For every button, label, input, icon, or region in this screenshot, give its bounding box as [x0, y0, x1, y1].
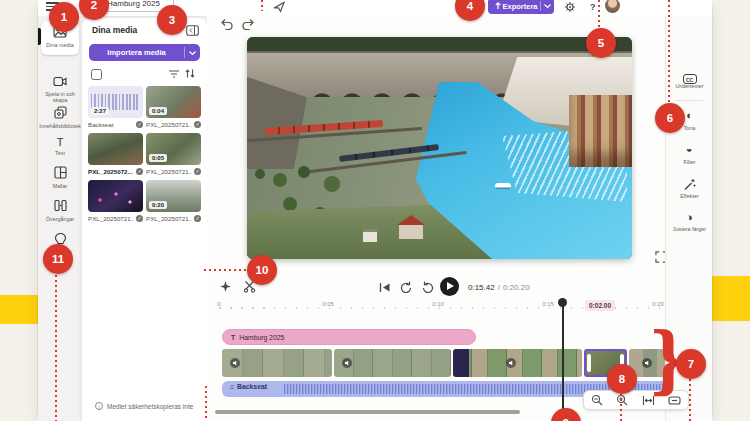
music-note-icon: ♫ — [229, 383, 234, 390]
callout-3: 3 — [157, 5, 187, 35]
ruler-tick: 0:10 — [430, 301, 446, 307]
duration-badge: 0:04 — [149, 107, 167, 115]
callout-7: 7 — [676, 349, 706, 379]
templates-icon — [54, 166, 67, 179]
settings-gear-icon[interactable] — [564, 1, 576, 13]
selection-duration-badge: 0:02.00 — [585, 300, 615, 311]
zoom-out-icon[interactable] — [591, 394, 603, 406]
leader-line-11 — [55, 275, 57, 421]
audio-volume-icon — [506, 358, 516, 368]
scene-house-body — [399, 225, 423, 239]
sidebar-item-overgangar[interactable]: Övergångar — [38, 198, 82, 222]
media-thumbnail-video[interactable]: 0:20 — [146, 180, 201, 212]
text-icon: T — [57, 136, 64, 148]
import-media-button[interactable]: Importera media — [89, 44, 200, 61]
scene-town-buildings — [569, 95, 632, 167]
help-button[interactable]: ? — [590, 2, 596, 12]
leader-line-6 — [668, 0, 670, 102]
playhead-line — [562, 302, 564, 418]
text-track-icon: T — [231, 334, 235, 341]
brand-kit-icon — [54, 232, 67, 245]
playhead-handle[interactable] — [558, 298, 567, 307]
feedback-icon[interactable] — [273, 1, 285, 13]
duration-badge: 0:05 — [149, 154, 167, 162]
duration-badge: 2:27 — [91, 107, 109, 115]
media-thumbnail-video[interactable]: 0:04 — [146, 86, 201, 118]
duration-badge: 0:20 — [149, 201, 167, 209]
media-item-name: PXL_20250721... — [146, 168, 192, 175]
avatar[interactable] — [605, 0, 620, 13]
sidebar-item-spela-in[interactable]: Spela in och skapa — [38, 73, 82, 104]
ruler-tick: 0:20 — [650, 301, 666, 307]
left-nav-sidebar: Dina media Spela in och skapa Innehållsb… — [38, 16, 82, 421]
chevron-down-icon — [541, 3, 554, 9]
leader-line-10 — [204, 269, 247, 271]
zoom-in-icon[interactable] — [616, 394, 628, 406]
synced-check-icon: ✓ — [194, 168, 201, 175]
tool-label: Filter — [666, 159, 713, 166]
text-track-label: Hamburg 2025 — [239, 334, 284, 341]
sort-icon[interactable] — [184, 68, 196, 79]
ruler-tick: 0:05 — [320, 301, 336, 307]
play-button[interactable] — [440, 277, 459, 296]
synced-check-icon: ✓ — [136, 168, 143, 175]
callout-1: 1 — [49, 2, 79, 32]
tool-label: Effekter — [666, 193, 713, 200]
adjust-colors-icon[interactable]: ◑ — [666, 212, 713, 223]
export-button-label: Exportera — [500, 2, 540, 11]
time-separator: / — [498, 283, 500, 292]
sidebar-item-mallar[interactable]: Mallar — [38, 165, 82, 189]
media-thumbnail-video[interactable] — [88, 180, 143, 212]
redo-button[interactable] — [242, 18, 255, 30]
scene-trees — [255, 169, 265, 179]
ruler-tick: 0:15 — [540, 301, 556, 307]
tool-label: Justera färger — [666, 226, 713, 233]
text-track-clip[interactable]: T Hamburg 2025 — [222, 329, 476, 345]
jump-forward-1s-icon[interactable] — [422, 281, 434, 293]
media-thumbnail-audio[interactable]: 2:27 — [88, 86, 143, 118]
filter-effect-icon[interactable]: ◑ — [684, 126, 695, 173]
video-clip-2[interactable] — [334, 349, 451, 377]
synced-check-icon: ✓ — [194, 121, 201, 128]
callout-8: 8 — [607, 364, 637, 394]
video-clip-1[interactable] — [222, 349, 332, 377]
scene-boat — [495, 183, 511, 189]
scene-small-house — [363, 229, 377, 242]
transitions-icon — [54, 199, 67, 212]
callout-11: 11 — [43, 244, 73, 274]
collapse-panel-icon[interactable] — [186, 25, 199, 36]
callout-6: 6 — [655, 103, 685, 133]
synced-check-icon: ✓ — [136, 121, 143, 128]
callout-10: 10 — [247, 255, 277, 285]
effects-wand-icon[interactable] — [666, 178, 713, 191]
media-thumbnail-video[interactable]: 0:05 — [146, 133, 201, 165]
scene-house-roof — [397, 215, 425, 225]
media-item-name: PXL_20250721... — [146, 121, 192, 128]
timeline-scrollbar[interactable] — [215, 410, 520, 414]
jump-back-1s-icon[interactable] — [400, 281, 412, 293]
info-icon: i — [95, 402, 103, 410]
export-button[interactable]: Exportera — [488, 0, 554, 14]
content-library-icon — [54, 106, 67, 119]
video-preview[interactable] — [247, 37, 632, 259]
media-thumbnail-video[interactable] — [88, 133, 143, 165]
timeline-ruler[interactable]: 0 0:05 0:10 0:15 0:20 0:02.00 — [215, 300, 665, 314]
undo-button[interactable] — [220, 18, 233, 30]
skip-to-start-icon[interactable] — [379, 282, 391, 293]
leader-line-title — [261, 0, 263, 11]
sidebar-item-innehallsbibliotek[interactable]: Innehållsbibliotek — [38, 105, 82, 129]
media-item-name: Backseat — [88, 121, 134, 128]
leader-line-footer — [205, 386, 207, 421]
select-all-checkbox[interactable] — [91, 69, 102, 80]
yellow-bar-right — [712, 276, 750, 321]
trim-handle-left[interactable] — [587, 354, 591, 372]
media-panel-title: Dina media — [92, 25, 137, 35]
sidebar-item-text[interactable]: T Text — [38, 132, 82, 156]
synced-check-icon: ✓ — [136, 215, 143, 222]
callout-5: 5 — [586, 28, 616, 58]
filter-icon[interactable] — [168, 69, 180, 79]
audio-volume-icon — [230, 358, 240, 368]
media-item-name: PXL_2025072... — [88, 168, 134, 175]
import-dropdown-chevron-icon[interactable] — [185, 50, 200, 56]
media-item-name: PXL_20250721... — [146, 215, 192, 222]
